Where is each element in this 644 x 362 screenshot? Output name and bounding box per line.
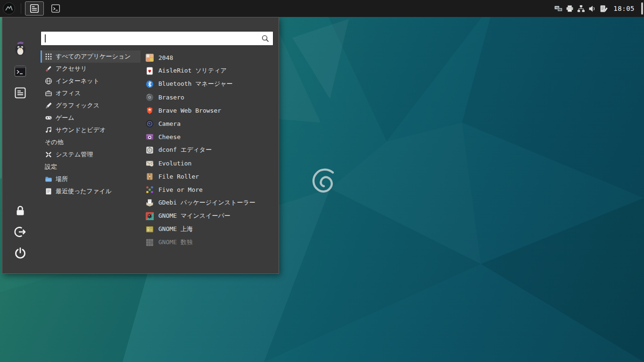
system-icon xyxy=(45,151,52,158)
games-icon xyxy=(45,114,52,122)
volume-icon xyxy=(588,5,596,13)
category-item[interactable]: オフィス xyxy=(41,87,140,99)
window-button[interactable] xyxy=(46,1,65,16)
app-list: 2048 AisleRiot ソリティア Bluetooth マネージャー Br… xyxy=(142,51,278,249)
tray-button[interactable] xyxy=(577,5,585,13)
category-item[interactable]: ゲーム xyxy=(41,112,140,124)
window-button-list xyxy=(25,1,65,16)
session-button[interactable] xyxy=(14,247,27,260)
text-caret xyxy=(45,34,46,42)
app-item[interactable]: Brave Web Browser xyxy=(142,104,278,117)
category-list: すべてのアプリケーション アクセサリ インターネット オフィス グラフィックス … xyxy=(41,50,140,197)
graphics-icon xyxy=(45,102,52,109)
recent-icon xyxy=(45,188,52,195)
logout-icon xyxy=(14,225,27,239)
brasero-icon xyxy=(146,93,154,101)
category-item[interactable]: 場所 xyxy=(41,173,140,185)
fivemore-icon xyxy=(146,186,154,194)
evolution-icon xyxy=(146,159,154,167)
category-item[interactable]: 設定 xyxy=(41,161,140,173)
app-item[interactable]: dconf エディター xyxy=(142,143,278,156)
sudoku-icon xyxy=(146,239,154,247)
network-icon xyxy=(577,5,585,13)
app-item[interactable]: GDebi パッケージインストーラー xyxy=(142,196,278,209)
category-item[interactable]: その他 xyxy=(41,136,140,148)
camera-icon xyxy=(146,120,154,128)
app-item[interactable]: GNOME マインスイーパー xyxy=(142,209,278,222)
mines-icon xyxy=(146,212,154,220)
printer-icon xyxy=(566,5,574,13)
internet-icon xyxy=(45,77,52,85)
sidebar-button[interactable] xyxy=(12,40,28,56)
app-item[interactable]: 2048 xyxy=(142,51,278,64)
app-item[interactable]: Brasero xyxy=(142,90,278,104)
app-item[interactable]: Five or More xyxy=(142,183,278,196)
app-item[interactable]: AisleRiot ソリティア xyxy=(142,64,278,77)
dconf-icon xyxy=(146,146,154,154)
panel-handle[interactable] xyxy=(641,2,643,15)
distro-menu-button[interactable] xyxy=(1,1,17,16)
app-item[interactable]: Cheese xyxy=(142,130,278,143)
tray-button[interactable] xyxy=(566,5,574,13)
places-icon xyxy=(45,175,52,183)
shanghai-icon xyxy=(146,225,154,233)
search-icon xyxy=(261,34,269,42)
app-item[interactable]: GNOME 上海 xyxy=(142,222,278,236)
avatar-icon xyxy=(12,40,28,56)
search-bar xyxy=(41,31,273,46)
app-item[interactable]: Bluetooth マネージャー xyxy=(142,77,278,90)
category-item[interactable]: 最近使ったファイル xyxy=(41,185,140,197)
app-item[interactable]: File Roller xyxy=(142,170,278,183)
terminal-app-icon xyxy=(14,65,27,78)
multimedia-icon xyxy=(45,126,52,134)
category-item[interactable]: システム管理 xyxy=(41,148,140,161)
category-item[interactable]: グラフィックス xyxy=(41,99,140,112)
debian-swirl-logo xyxy=(314,170,333,191)
lock-icon xyxy=(14,204,27,217)
all-apps-icon xyxy=(45,53,52,60)
app-item[interactable]: Camera xyxy=(142,117,278,130)
category-item[interactable]: サウンドとビデオ xyxy=(41,124,140,136)
appfinder-win-icon xyxy=(29,3,40,14)
top-panel: 18:05 xyxy=(0,0,644,17)
appfinder-icon xyxy=(14,86,27,99)
office-icon xyxy=(45,90,52,97)
app-2048-icon xyxy=(146,54,154,62)
bluetooth-icon xyxy=(146,80,154,88)
brave-icon xyxy=(146,107,154,115)
system-tray: 18:05 xyxy=(554,0,644,17)
display-icon xyxy=(554,5,562,13)
session-button[interactable] xyxy=(14,225,27,239)
window-button[interactable] xyxy=(25,1,44,16)
tray-button[interactable] xyxy=(588,5,596,13)
sidebar-button[interactable] xyxy=(14,86,27,99)
menu-sidebar xyxy=(2,17,38,273)
app-item[interactable]: Evolution xyxy=(142,156,278,170)
search-input[interactable] xyxy=(41,35,261,42)
panel-separator xyxy=(21,3,21,14)
whisker-menu: すべてのアプリケーション アクセサリ インターネット オフィス グラフィックス … xyxy=(2,17,279,274)
clipboard-icon xyxy=(600,5,608,13)
fileroller-icon xyxy=(146,173,154,181)
terminal-win-icon xyxy=(50,3,61,14)
power-icon xyxy=(14,247,27,260)
accessories-icon xyxy=(45,65,52,73)
tray-button[interactable] xyxy=(600,5,608,13)
category-item[interactable]: アクセサリ xyxy=(41,63,140,75)
cheese-icon xyxy=(146,133,154,141)
sidebar-button[interactable] xyxy=(14,65,27,78)
aisleriot-icon xyxy=(146,67,154,75)
tray-button[interactable] xyxy=(554,5,562,13)
app-item[interactable]: GNOME 数独 xyxy=(142,236,278,249)
session-button[interactable] xyxy=(14,204,27,217)
category-item[interactable]: すべてのアプリケーション xyxy=(41,50,140,63)
clock[interactable]: 18:05 xyxy=(613,5,635,12)
category-item[interactable]: インターネット xyxy=(41,75,140,87)
gdebi-icon xyxy=(146,199,154,207)
